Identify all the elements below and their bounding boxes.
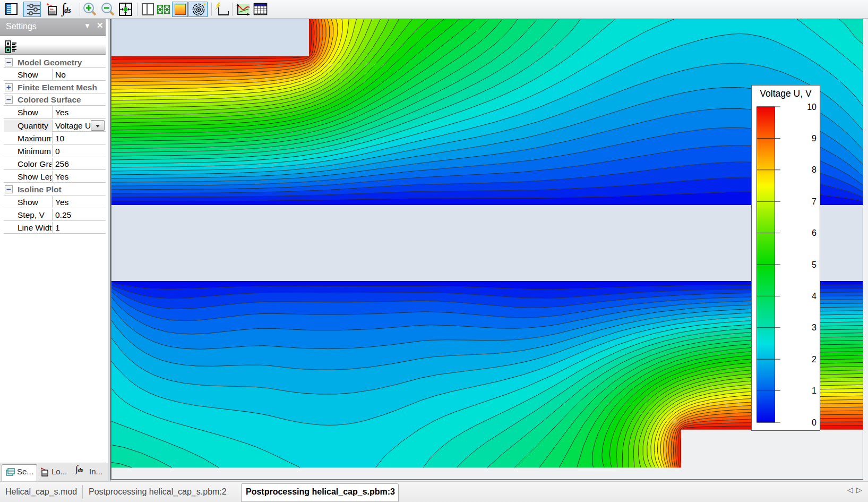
svg-text:7: 7	[812, 197, 817, 206]
svg-text:5: 5	[812, 260, 817, 269]
svg-text:4: 4	[812, 292, 817, 301]
svg-text:6: 6	[812, 228, 817, 237]
svg-text:2: 2	[812, 355, 817, 364]
svg-text:9: 9	[812, 134, 817, 143]
svg-text:Voltage U, V: Voltage U, V	[760, 88, 812, 99]
svg-text:8: 8	[812, 165, 817, 174]
svg-text:10: 10	[807, 103, 817, 112]
svg-text:1: 1	[812, 386, 817, 395]
svg-text:0: 0	[812, 418, 817, 427]
svg-text:3: 3	[812, 323, 817, 332]
